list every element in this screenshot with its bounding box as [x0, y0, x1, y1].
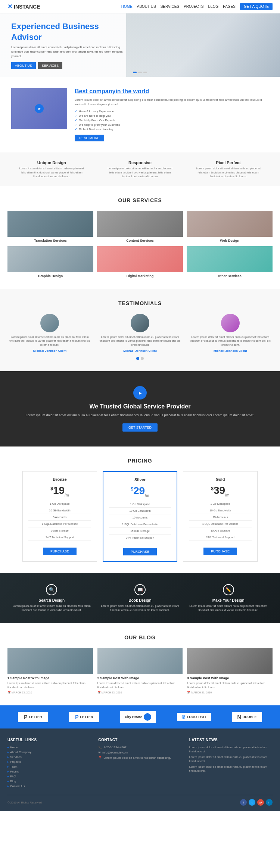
hero-dot-2[interactable]: [138, 72, 142, 73]
nav-pages[interactable]: PAGES: [223, 4, 236, 9]
plan-features: 1 Gb Diskspace 10 Gb Bandwidth 5 Account…: [28, 501, 91, 541]
linkedin-icon[interactable]: in: [266, 799, 273, 806]
blog-image: [7, 648, 93, 674]
copyright: © 2016 All Rights Reserved: [7, 801, 42, 804]
nav-home[interactable]: HOME: [121, 4, 133, 9]
design-title: Search Design: [11, 598, 92, 602]
nav-projects[interactable]: PROJECTS: [184, 4, 203, 9]
blog-post-text: Lorem ipsum dolor sit amet elitiam nulla…: [7, 681, 93, 689]
footer-link-about[interactable]: About Company: [7, 751, 91, 754]
feature-item: We are here to help you: [75, 114, 269, 117]
news-item: Lorem ipsum dolor sit amet elitiam nulla…: [189, 746, 273, 753]
service-label: Digital Marketing: [97, 274, 183, 278]
city-estate-icon: [144, 713, 151, 721]
purchase-gold-button[interactable]: PURCHASE: [203, 548, 237, 555]
design-features-section: 🔍 Search Design Lorem ipsum dolor sit am…: [0, 573, 280, 623]
hero-buttons: ABOUT US SERVICES: [11, 62, 123, 69]
footer-link-projects[interactable]: Projects: [7, 760, 91, 764]
nav-services[interactable]: SERVICES: [161, 4, 179, 9]
news-item: Lorem ipsum dolor sit amet elitiam nulla…: [189, 755, 273, 763]
footer-link-home[interactable]: Home: [7, 746, 91, 749]
brand-name: INSTANCE: [14, 4, 40, 10]
testimonial-avatar: [131, 314, 149, 332]
service-label: Graphic Design: [7, 274, 93, 278]
contact-email: ✉ info@example.com: [98, 751, 181, 754]
pricing-bronze: Bronze $19/m 1 Gb Diskspace 10 Gb Bandwi…: [22, 471, 97, 562]
design-title: Book Design: [100, 598, 181, 602]
footer-link-faq[interactable]: FAQ: [7, 775, 91, 778]
service-image: [187, 211, 273, 237]
cta-section: We Trusted Global Service Provider Lorem…: [0, 371, 280, 446]
about-image: [11, 88, 67, 129]
blog-post-text: Lorem ipsum dolor sit amet elitiam nulla…: [187, 681, 273, 689]
hero-dots: [133, 72, 147, 73]
feature-item: Get Help From Our Experts: [75, 119, 269, 122]
brand-p-letter-1: P LETTER: [18, 712, 48, 722]
testimonial-item: Lorem ipsum dolor sit amet elitiam nulla…: [188, 314, 273, 353]
feature-text: Lorem ipsum dolor sit amet elitiam nulla…: [106, 167, 174, 179]
blog-grid: 1 Sample Post With Image Lorem ipsum dol…: [7, 648, 273, 694]
plan-name: Bronze: [28, 477, 91, 482]
get-quote-button[interactable]: GET A QUOTE: [240, 3, 273, 10]
blog-item: 2 Sample Post With Image Lorem ipsum dol…: [97, 648, 183, 694]
brand: ✕ INSTANCE: [7, 3, 40, 10]
plan-price: $39/m: [189, 485, 252, 497]
footer-link-pricing[interactable]: Pricing: [7, 770, 91, 773]
footer-link-services[interactable]: Services: [7, 755, 91, 759]
service-translation: Translation Services: [7, 211, 93, 242]
services-title: OUR SERVICES: [7, 197, 273, 203]
twitter-icon[interactable]: t: [249, 799, 255, 806]
brand-n-double: N DOUBLE: [232, 712, 262, 722]
blog-item: 3 Sample Post With Image Lorem ipsum dol…: [187, 648, 273, 694]
get-started-button[interactable]: GET STARTED: [122, 423, 158, 432]
blog-meta: MARCH 23, 2016: [97, 691, 183, 694]
blog-post-title: 1 Sample Post With Image: [7, 676, 93, 680]
blog-date: MARCH 23, 2016: [97, 691, 122, 694]
hero-dot-3[interactable]: [143, 72, 147, 73]
design-title: Make Your Design: [188, 598, 269, 602]
footer-link-contact[interactable]: Contact Us: [7, 784, 91, 788]
play-button[interactable]: [35, 104, 44, 113]
purchase-silver-button[interactable]: PURCHASE: [123, 548, 157, 555]
service-image: [97, 211, 183, 237]
feature-unique-design: Unique Design Lorem ipsum dolor sit amet…: [18, 160, 85, 179]
testimonial-name: Michael Johnson Client: [188, 349, 273, 352]
testimonial-avatar: [221, 314, 240, 332]
about-title: Best companyin the world: [75, 88, 269, 95]
pricing-title: PRICING: [7, 458, 273, 464]
purchase-bronze-button[interactable]: PURCHASE: [43, 548, 77, 555]
design-text: Lorem ipsum dolor sit amet elitiam nulla…: [188, 604, 269, 612]
contact-phone: 📞 1-200-1234-4567: [98, 746, 181, 749]
footer-link-team[interactable]: Team: [7, 765, 91, 768]
testi-dot-1[interactable]: [136, 357, 139, 360]
hero-dot-1[interactable]: [133, 72, 137, 73]
blog-meta: MARCH 23, 2016: [187, 691, 273, 694]
footer-link-blog[interactable]: Blog: [7, 780, 91, 783]
services-button[interactable]: SERVICES: [38, 62, 62, 69]
search-icon: 🔍: [46, 584, 57, 595]
pricing-gold: Gold $39/m 1 Gb Diskspace 10 Gb Bandwidt…: [183, 471, 258, 562]
google-plus-icon[interactable]: g+: [257, 799, 264, 806]
feature-item: Have A Luxury Experience: [75, 110, 269, 113]
about-features: Have A Luxury Experience We are here to …: [75, 110, 269, 131]
feature-title: Pixel Perfect: [195, 160, 262, 165]
design-text: Lorem ipsum dolor sit amet elitiam nulla…: [100, 604, 181, 612]
phone-icon: 📞: [98, 746, 102, 749]
nav-blog[interactable]: BLOG: [208, 4, 218, 9]
email-icon: ✉: [98, 751, 101, 754]
book-icon: 📖: [134, 584, 146, 595]
services-section: OUR SERVICES Translation Services Conten…: [0, 186, 280, 289]
hero-section: Experienced Business Advisor Lorem ipsum…: [0, 13, 280, 77]
blog-title: OUR BLOG: [7, 634, 273, 640]
service-image: [7, 211, 93, 237]
nav-about[interactable]: ABOUT US: [137, 4, 156, 9]
plan-name: Silver: [109, 477, 171, 482]
blog-image: [187, 648, 273, 674]
testi-dot-2[interactable]: [141, 357, 144, 360]
facebook-icon[interactable]: f: [240, 799, 247, 806]
social-links: f t g+ in: [240, 799, 273, 806]
service-label: Other Services: [187, 274, 273, 278]
testimonial-text: Lorem ipsum dolor sit amet elitiam nulla…: [7, 335, 92, 347]
read-more-button[interactable]: READ MORE: [75, 135, 104, 141]
about-button[interactable]: ABOUT US: [11, 62, 36, 69]
